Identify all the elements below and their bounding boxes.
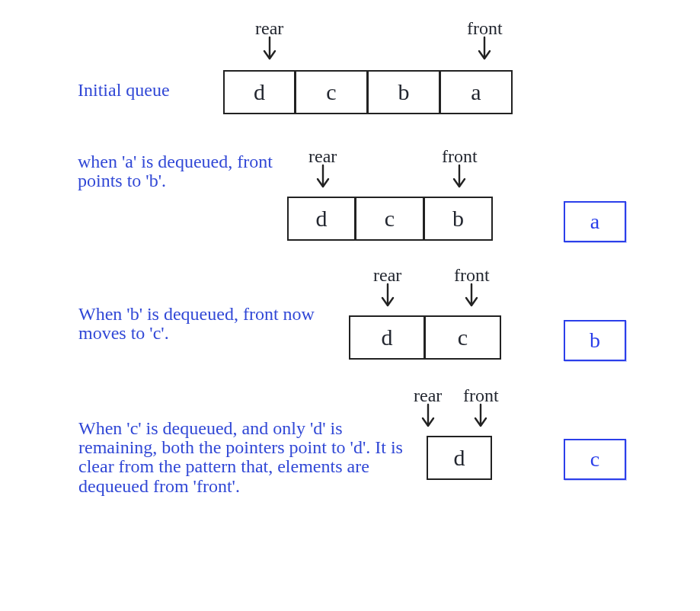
dequeued-box: b	[564, 320, 626, 361]
arrow-down-icon	[419, 403, 437, 429]
arrow-down-icon	[261, 36, 279, 62]
queue-cell: a	[440, 70, 513, 114]
queue-row: d c b a	[223, 70, 513, 114]
front-label: front	[454, 265, 490, 286]
dequeued-box: c	[564, 439, 626, 480]
rear-label: rear	[255, 18, 283, 39]
front-pointer: front	[454, 265, 490, 309]
queue-cell: b	[424, 197, 493, 241]
rear-label: rear	[373, 265, 401, 286]
dequeued-box: a	[564, 201, 626, 242]
arrow-down-icon	[314, 164, 332, 190]
rear-pointer: rear	[373, 265, 401, 309]
front-pointer: front	[467, 18, 503, 62]
queue-cell: d	[223, 70, 296, 114]
queue-cell: d	[287, 197, 356, 241]
rear-label: rear	[308, 146, 337, 167]
front-label: front	[467, 18, 503, 39]
queue-cell: c	[425, 315, 501, 360]
front-pointer: front	[463, 385, 499, 429]
step-caption: Initial queue	[78, 81, 170, 100]
rear-pointer: rear	[308, 146, 337, 190]
front-pointer: front	[442, 146, 478, 190]
arrow-down-icon	[450, 164, 468, 190]
arrow-down-icon	[379, 283, 397, 309]
queue-row: d	[427, 436, 492, 480]
queue-row: d c b	[287, 197, 493, 241]
queue-cell: c	[296, 70, 368, 114]
rear-pointer: rear	[414, 385, 442, 429]
step-caption: When 'b' is dequeued, front now moves to…	[78, 305, 322, 343]
queue-cell: d	[349, 315, 425, 360]
queue-row: d c	[349, 315, 501, 360]
step-caption: When 'c' is dequeued, and only 'd' is re…	[78, 419, 406, 496]
front-label: front	[463, 385, 499, 406]
rear-pointer: rear	[255, 18, 283, 62]
front-label: front	[442, 146, 478, 167]
queue-cell: b	[368, 70, 440, 114]
arrow-down-icon	[471, 403, 490, 429]
queue-cell: c	[356, 197, 424, 241]
arrow-down-icon	[475, 36, 494, 62]
queue-cell: d	[427, 436, 492, 480]
arrow-down-icon	[462, 283, 481, 309]
rear-label: rear	[414, 385, 442, 406]
step-caption: when 'a' is dequeued, front points to 'b…	[78, 152, 276, 190]
